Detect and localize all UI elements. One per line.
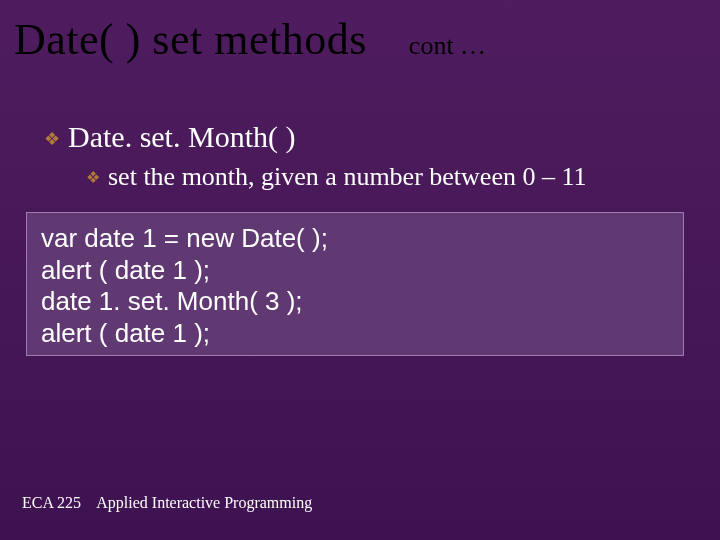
title-row: Date( ) set methods cont …	[14, 14, 706, 65]
slide-footer: ECA 225 Applied Interactive Programming	[22, 494, 312, 512]
code-line: var date 1 = new Date( );	[41, 223, 669, 255]
code-line: alert ( date 1 );	[41, 318, 669, 350]
bullet-level1-text: Date. set. Month( )	[68, 120, 295, 154]
slide-continuation: cont …	[409, 31, 486, 61]
code-line: alert ( date 1 );	[41, 255, 669, 287]
diamond-bullet-icon: ❖	[86, 169, 100, 187]
bullet-level2-text: set the month, given a number between 0 …	[108, 162, 586, 192]
code-line: date 1. set. Month( 3 );	[41, 286, 669, 318]
diamond-bullet-icon: ❖	[44, 128, 60, 150]
footer-course-code: ECA 225	[22, 494, 81, 511]
bullet-level2: ❖ set the month, given a number between …	[86, 162, 586, 192]
code-example-box: var date 1 = new Date( ); alert ( date 1…	[26, 212, 684, 356]
footer-course-title: Applied Interactive Programming	[96, 494, 312, 511]
slide-title: Date( ) set methods	[14, 14, 367, 65]
slide: Date( ) set methods cont … ❖ Date. set. …	[0, 0, 720, 540]
bullet-level1: ❖ Date. set. Month( )	[44, 120, 295, 154]
